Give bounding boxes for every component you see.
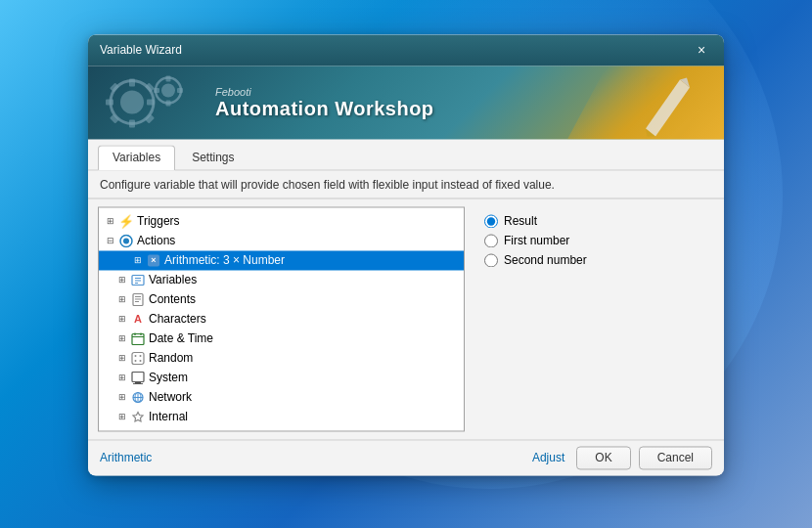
footer: Arithmetic Adjust OK Cancel <box>88 439 724 475</box>
tree-toggle-system: ⊞ <box>114 370 130 385</box>
svg-rect-31 <box>132 333 144 344</box>
tree-item-datetime[interactable]: ⊞ Date & Time <box>99 329 464 348</box>
options-panel: Result First number Second number <box>473 206 714 431</box>
svg-rect-2 <box>129 78 135 86</box>
svg-rect-14 <box>154 88 159 93</box>
tree-toggle-variables: ⊞ <box>114 272 130 287</box>
footer-context-label: Arithmetic <box>100 451 152 464</box>
svg-rect-7 <box>110 114 119 124</box>
tree-label-system: System <box>149 371 188 384</box>
option-result-label: Result <box>504 214 537 228</box>
banner-febooti-label: Febooti <box>215 85 434 97</box>
svg-point-11 <box>161 83 175 97</box>
tab-settings[interactable]: Settings <box>177 145 248 169</box>
tab-variables[interactable]: Variables <box>98 145 175 170</box>
tree-toggle-contents: ⊞ <box>114 291 130 307</box>
tree-panel: ⊞ ⚡ Triggers ⊟ Actions ⊞ × <box>98 206 465 431</box>
tree-toggle-actions: ⊟ <box>103 233 118 248</box>
svg-point-37 <box>140 355 142 357</box>
svg-marker-16 <box>646 79 690 136</box>
tree-item-internal[interactable]: ⊞ Internal <box>99 407 464 426</box>
variables-icon <box>130 272 146 287</box>
option-second-number-label: Second number <box>504 253 587 267</box>
banner-gears-icon <box>98 70 215 134</box>
svg-point-38 <box>135 360 137 362</box>
banner-text: Febooti Automation Workshop <box>215 85 434 119</box>
svg-point-36 <box>135 355 137 357</box>
option-first-number[interactable]: First number <box>484 234 702 247</box>
tree-label-contents: Contents <box>149 292 196 306</box>
main-content: ⊞ ⚡ Triggers ⊟ Actions ⊞ × <box>88 198 724 439</box>
svg-point-1 <box>120 90 144 113</box>
svg-rect-35 <box>132 352 144 364</box>
tree-label-network: Network <box>149 390 192 404</box>
tree-label-triggers: Triggers <box>137 214 180 228</box>
svg-rect-13 <box>166 100 171 106</box>
option-result[interactable]: Result <box>484 214 702 228</box>
tree-item-random[interactable]: ⊞ Random <box>99 348 464 368</box>
tree-label-characters: Characters <box>149 312 206 326</box>
svg-rect-15 <box>177 88 183 93</box>
svg-rect-4 <box>106 99 113 105</box>
svg-rect-12 <box>166 75 171 81</box>
tree-item-triggers[interactable]: ⊞ ⚡ Triggers <box>99 211 464 231</box>
tree-item-arithmetic[interactable]: ⊞ × Arithmetic: 3 × Number <box>99 250 464 270</box>
tree-toggle-random: ⊞ <box>114 350 130 366</box>
option-first-number-label: First number <box>504 234 569 247</box>
radio-second-number[interactable] <box>484 253 498 267</box>
tree-label-internal: Internal <box>149 410 188 423</box>
adjust-button[interactable]: Adjust <box>528 449 568 466</box>
action-icon <box>118 233 134 248</box>
banner: Febooti Automation Workshop <box>88 66 724 139</box>
svg-rect-5 <box>147 99 155 105</box>
random-icon <box>130 350 146 366</box>
trigger-icon: ⚡ <box>118 213 134 229</box>
radio-result[interactable] <box>484 214 498 228</box>
svg-point-39 <box>140 360 142 362</box>
tree-toggle-internal: ⊞ <box>114 409 130 424</box>
svg-rect-40 <box>132 372 144 381</box>
option-second-number[interactable]: Second number <box>484 253 702 267</box>
description-text: Configure variable that will provide cho… <box>88 170 724 198</box>
tree-item-contents[interactable]: ⊞ Contents <box>99 289 464 309</box>
tree-item-network[interactable]: ⊞ Network <box>99 387 464 407</box>
tree-item-actions[interactable]: ⊟ Actions <box>99 231 464 250</box>
banner-pencil-icon <box>626 69 695 136</box>
datetime-icon <box>130 330 146 346</box>
cancel-button[interactable]: Cancel <box>639 446 712 469</box>
close-button[interactable]: × <box>691 39 712 61</box>
tree-item-characters[interactable]: ⊞ A Characters <box>99 309 464 329</box>
tree-item-system[interactable]: ⊞ System <box>99 368 464 387</box>
network-icon <box>130 389 146 405</box>
title-bar: Variable Wizard × <box>88 34 724 66</box>
tree-label-datetime: Date & Time <box>149 331 213 345</box>
internal-icon <box>130 409 146 424</box>
tree-label-variables: Variables <box>149 273 197 286</box>
tree-toggle-network: ⊞ <box>114 389 130 405</box>
tree-toggle-triggers: ⊞ <box>103 213 118 229</box>
tree-toggle-characters: ⊞ <box>114 311 130 327</box>
tabs-bar: Variables Settings <box>88 139 724 170</box>
tree-label-arithmetic: Arithmetic: 3 × Number <box>164 253 285 267</box>
tree-toggle-arithmetic: ⊞ <box>130 252 146 268</box>
banner-main-label: Automation Workshop <box>215 97 434 119</box>
tree-label-random: Random <box>149 351 193 365</box>
tree-toggle-datetime: ⊞ <box>114 330 130 346</box>
svg-point-20 <box>123 238 129 243</box>
tree-item-variables[interactable]: ⊞ Variables <box>99 270 464 289</box>
footer-buttons: Adjust OK Cancel <box>528 446 712 469</box>
dialog-title: Variable Wizard <box>100 43 182 57</box>
system-icon <box>130 370 146 385</box>
tree-label-actions: Actions <box>137 234 175 247</box>
characters-icon: A <box>130 311 146 327</box>
radio-first-number[interactable] <box>484 234 498 247</box>
svg-rect-9 <box>145 114 155 124</box>
svg-rect-3 <box>129 119 135 127</box>
ok-button[interactable]: OK <box>576 446 630 469</box>
variable-wizard-dialog: Variable Wizard × <box>88 34 724 475</box>
svg-text:×: × <box>151 255 156 265</box>
contents-icon <box>130 291 146 307</box>
arithmetic-icon: × <box>146 252 161 268</box>
